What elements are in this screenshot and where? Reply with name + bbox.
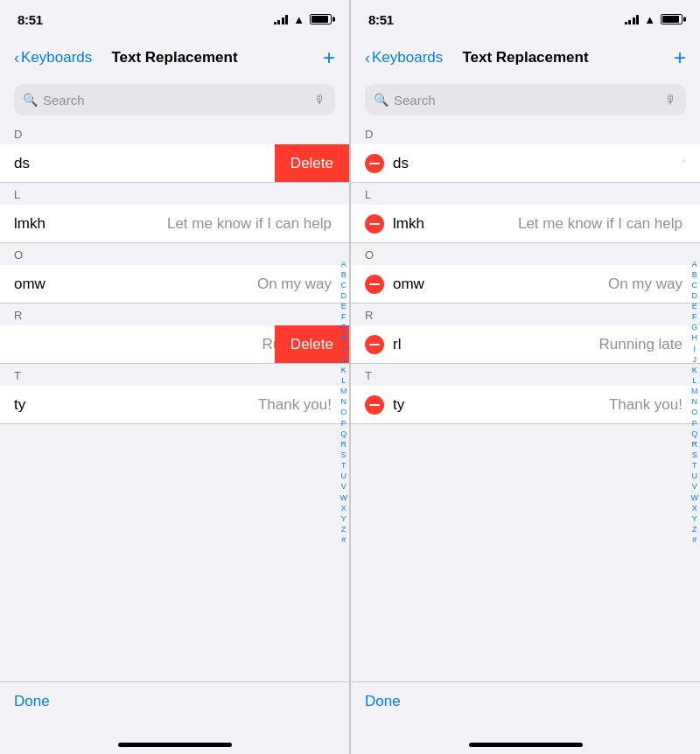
- list-right: D ds ° L lmkh Let me know if I can help …: [351, 122, 700, 681]
- alpha-p-left[interactable]: P: [341, 418, 346, 429]
- delete-circle-lmkh-right[interactable]: [365, 214, 384, 234]
- row-rl-left[interactable]: Running late Delete: [0, 325, 349, 364]
- status-icons-left: ▲: [274, 13, 332, 26]
- alpha-l-right[interactable]: L: [692, 375, 696, 386]
- search-bar-right[interactable]: 🔍 Search 🎙: [365, 84, 686, 115]
- alpha-d-right[interactable]: D: [692, 290, 698, 301]
- alpha-r-right[interactable]: R: [692, 439, 698, 450]
- back-button-left[interactable]: ‹ Keyboards: [14, 49, 92, 67]
- done-button-left[interactable]: Done: [14, 693, 50, 710]
- add-button-left[interactable]: +: [323, 47, 335, 68]
- alpha-w-left[interactable]: W: [340, 492, 348, 503]
- alpha-s-right[interactable]: S: [692, 450, 697, 460]
- alphabet-index-left[interactable]: A B C D E F G H I J K L M N O P Q R S T …: [340, 259, 348, 546]
- alpha-n-right[interactable]: N: [692, 396, 698, 407]
- row-ty-right[interactable]: ty Thank you!: [351, 386, 700, 424]
- row-ty-left[interactable]: ty Thank you!: [0, 386, 349, 424]
- alpha-t-right[interactable]: T: [692, 460, 697, 471]
- search-container-left: 🔍 Search 🎙: [0, 77, 349, 122]
- delete-circle-omw-right[interactable]: [365, 275, 384, 294]
- alpha-g-left[interactable]: G: [340, 322, 346, 332]
- alpha-x-right[interactable]: X: [692, 503, 697, 513]
- alpha-c-left[interactable]: C: [341, 280, 347, 290]
- shortcut-omw-right: omw: [393, 276, 463, 293]
- alpha-s-left[interactable]: S: [341, 450, 346, 460]
- alpha-g-right[interactable]: G: [691, 322, 697, 332]
- search-input-left[interactable]: Search: [43, 93, 309, 108]
- alpha-j-right[interactable]: J: [693, 354, 697, 365]
- alpha-r-left[interactable]: R: [341, 439, 347, 450]
- section-header-t-right: T: [351, 364, 700, 386]
- alpha-a-right[interactable]: A: [692, 259, 697, 269]
- alpha-k-left[interactable]: K: [341, 365, 346, 375]
- alpha-a-left[interactable]: A: [341, 259, 346, 269]
- alpha-f-left[interactable]: F: [341, 311, 346, 322]
- page-title-right: Text Replacement: [462, 49, 588, 66]
- shortcut-ty-right: ty: [393, 396, 463, 414]
- row-rl-right[interactable]: rl Running late: [351, 325, 700, 364]
- alpha-hash-left[interactable]: #: [341, 534, 346, 545]
- done-button-right[interactable]: Done: [365, 693, 401, 710]
- alpha-t-left[interactable]: T: [341, 460, 346, 471]
- alpha-m-right[interactable]: M: [691, 386, 698, 396]
- signal-icon-right: [625, 15, 640, 24]
- alpha-e-left[interactable]: E: [341, 301, 346, 311]
- alpha-v-right[interactable]: V: [692, 482, 697, 492]
- alpha-h-left[interactable]: H: [341, 333, 347, 344]
- alpha-b-left[interactable]: B: [341, 269, 346, 280]
- back-button-right[interactable]: ‹ Keyboards: [365, 49, 443, 67]
- alpha-u-left[interactable]: U: [341, 471, 347, 481]
- alpha-k-right[interactable]: K: [692, 365, 697, 375]
- alpha-z-right[interactable]: Z: [692, 524, 697, 534]
- delete-button-ds-left[interactable]: Delete: [275, 144, 349, 182]
- alpha-f-right[interactable]: F: [692, 311, 697, 322]
- search-input-right[interactable]: Search: [394, 93, 660, 108]
- alpha-i-right[interactable]: I: [693, 344, 696, 354]
- section-header-t-left: T: [0, 364, 349, 386]
- alpha-p-right[interactable]: P: [692, 418, 697, 429]
- shortcut-omw-left: omw: [14, 276, 84, 293]
- alphabet-index-right[interactable]: A B C D E F G H I J K L M N O P Q R S T …: [691, 259, 699, 546]
- alpha-q-right[interactable]: Q: [691, 429, 697, 439]
- status-bar-right: 8:51 ▲: [351, 0, 700, 38]
- phrase-omw-right: On my way: [608, 276, 686, 293]
- page-title-left: Text Replacement: [111, 49, 237, 66]
- row-omw-left[interactable]: omw On my way: [0, 265, 349, 304]
- delete-circle-ds-right[interactable]: [365, 154, 384, 173]
- search-bar-left[interactable]: 🔍 Search 🎙: [14, 84, 335, 115]
- alpha-o-left[interactable]: O: [340, 408, 346, 418]
- alpha-z-left[interactable]: Z: [341, 524, 346, 534]
- row-ds-right[interactable]: ds °: [351, 144, 700, 183]
- alpha-c-right[interactable]: C: [692, 280, 698, 290]
- alpha-e-right[interactable]: E: [692, 301, 697, 311]
- alpha-o-right[interactable]: O: [691, 408, 697, 418]
- alpha-y-left[interactable]: Y: [341, 513, 346, 524]
- row-lmkh-left[interactable]: lmkh Let me know if I can help: [0, 205, 349, 243]
- alpha-m-left[interactable]: M: [340, 386, 347, 396]
- alpha-y-right[interactable]: Y: [692, 513, 697, 524]
- alpha-l-left[interactable]: L: [341, 375, 346, 386]
- row-lmkh-right[interactable]: lmkh Let me know if I can help: [351, 205, 700, 243]
- alpha-v-left[interactable]: V: [341, 482, 346, 492]
- alpha-b-right[interactable]: B: [692, 269, 697, 280]
- alpha-u-right[interactable]: U: [692, 471, 698, 481]
- alpha-n-left[interactable]: N: [341, 396, 347, 407]
- row-ds-left[interactable]: ds ° Delete: [0, 144, 349, 183]
- alpha-i-left[interactable]: I: [342, 344, 345, 354]
- delete-circle-rl-right[interactable]: [365, 335, 384, 354]
- alpha-q-left[interactable]: Q: [340, 429, 346, 439]
- row-omw-right[interactable]: omw On my way: [351, 265, 700, 304]
- delete-circle-ty-right[interactable]: [365, 395, 384, 415]
- delete-button-rl-left[interactable]: Delete: [275, 325, 349, 363]
- status-time-right: 8:51: [368, 12, 394, 27]
- nav-bar-right: ‹ Keyboards Text Replacement +: [351, 38, 700, 77]
- alpha-x-left[interactable]: X: [341, 503, 346, 513]
- alpha-h-right[interactable]: H: [692, 333, 698, 344]
- alpha-j-left[interactable]: J: [342, 354, 346, 365]
- alpha-d-left[interactable]: D: [341, 290, 347, 301]
- signal-icon-left: [274, 15, 289, 24]
- add-button-right[interactable]: +: [674, 47, 686, 68]
- section-header-o-right: O: [351, 243, 700, 265]
- alpha-w-right[interactable]: W: [691, 492, 699, 503]
- alpha-hash-right[interactable]: #: [692, 534, 696, 545]
